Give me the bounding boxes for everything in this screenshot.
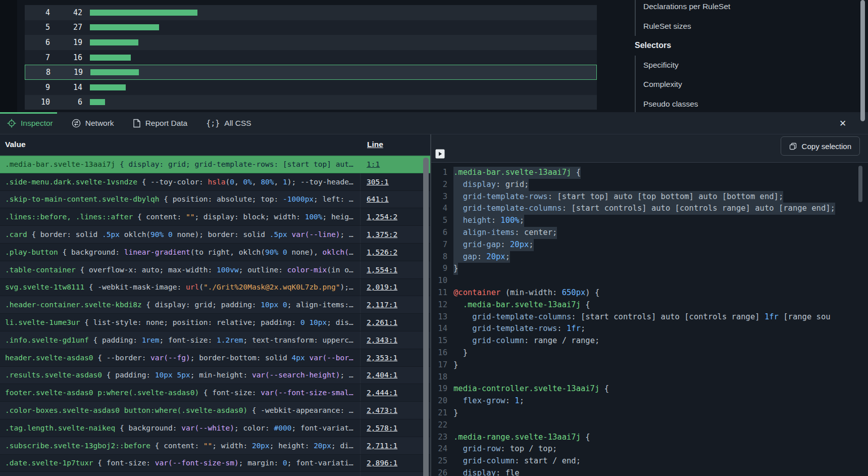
- line-number: 7: [431, 239, 447, 251]
- chart-row[interactable]: 527: [25, 20, 597, 35]
- table-scrollbar-thumb[interactable]: [423, 158, 429, 476]
- chart-row[interactable]: 442: [25, 5, 597, 20]
- table-row[interactable]: footer.svelte-asdas0 p:where(.svelte-asd…: [0, 384, 430, 402]
- table-row[interactable]: .table-container { overflow-x: auto; max…: [0, 261, 430, 279]
- rule-line-cell: 2,444:1: [361, 389, 430, 397]
- line-number: 12: [431, 299, 447, 311]
- devtools-panel: InspectorNetworkReport Data{;}All CSS ✕ …: [0, 112, 868, 476]
- table-row[interactable]: .tag.length.svelte-naikeq { background: …: [0, 419, 430, 437]
- code-header: Copy selection: [431, 134, 868, 163]
- table-row[interactable]: .lines::before, .lines::after { content:…: [0, 208, 430, 226]
- code-segment: ; di…: [331, 442, 353, 450]
- code-segment: grid-template-columns: [453, 204, 562, 213]
- table-row[interactable]: .side-menu.dark.svelte-1vsndze { --toy-c…: [0, 173, 430, 191]
- code-segment: ; width:: [212, 442, 252, 450]
- sidebar-item-declarations-per-ruleset[interactable]: Declarations per RuleSet: [636, 0, 847, 17]
- table-row[interactable]: svg.svelte-1tw8111 { -webkit-mask-image:…: [0, 279, 430, 297]
- line-link[interactable]: 1:1: [367, 160, 380, 168]
- line-link[interactable]: 641:1: [367, 195, 389, 203]
- table-row[interactable]: .links.svelte-1hjzbm8 { display: flex; a…: [0, 472, 430, 476]
- line-link[interactable]: 1,254:2: [367, 213, 397, 221]
- code-line: 25 grid-column: start / end;: [431, 455, 868, 467]
- code-text: grid-column: range / range;: [453, 335, 599, 347]
- line-link[interactable]: 2,261:1: [367, 318, 397, 326]
- chart-row-selected[interactable]: 819: [25, 65, 597, 80]
- line-link[interactable]: 2,473:1: [367, 406, 397, 414]
- code-segment: .date.svelte-1p7tuxr: [5, 459, 93, 467]
- panel-toggle-icon[interactable]: [435, 149, 445, 159]
- page-scrollbar-thumb[interactable]: [860, 0, 865, 121]
- line-link[interactable]: 2,578:1: [367, 424, 397, 432]
- code-segment: .results.svelte-asdas0: [5, 371, 102, 379]
- line-link[interactable]: 2,353:1: [367, 354, 397, 362]
- line-link[interactable]: 305:1: [367, 178, 389, 186]
- rules-table-header: Value Line: [0, 134, 430, 156]
- code-segment: : start / end;: [515, 456, 581, 465]
- sidebar-item-pseudo-classes[interactable]: Pseudo classes: [636, 94, 847, 114]
- line-link[interactable]: 1,375:2: [367, 230, 397, 239]
- code-segment: : range / range;: [524, 336, 599, 345]
- line-link[interactable]: 2,343:1: [367, 336, 397, 344]
- code-segment: .media-bar.svelte-13aai7j: [5, 160, 115, 168]
- code-segment: 100%: [305, 213, 323, 221]
- table-row[interactable]: .subscribe.svelte-13gboj2::before { cont…: [0, 437, 430, 455]
- table-row[interactable]: li.svelte-1ume3ur { list-style: none; po…: [0, 314, 430, 331]
- chart-row[interactable]: 914: [25, 80, 597, 95]
- rule-value-cell: .side-menu.dark.svelte-1vsndze { --toy-c…: [0, 173, 361, 191]
- sidebar-item-specificity[interactable]: Specificity: [636, 56, 847, 75]
- table-row[interactable]: .play-button { background: linear-gradie…: [0, 244, 430, 261]
- code-segment: display: [453, 180, 496, 189]
- chart-bucket-label: 6: [25, 38, 50, 47]
- line-number: 23: [431, 432, 447, 444]
- sidebar-item-ruleset-sizes[interactable]: RuleSet sizes: [636, 17, 847, 36]
- code-segment: grid-template-rows: [453, 324, 557, 333]
- rule-line-cell: 2,117:1: [361, 301, 430, 309]
- code-scrollbar-thumb[interactable]: [858, 166, 862, 202]
- tab-inspector[interactable]: Inspector: [7, 119, 53, 128]
- code-segment: media-controller.svelte-13aai7j: [453, 384, 599, 393]
- tab-all-css[interactable]: {;}All CSS: [206, 119, 251, 128]
- sidebar-item-complexity[interactable]: Complexity: [636, 75, 847, 94]
- line-link[interactable]: 2,404:1: [367, 371, 397, 379]
- rule-line-cell: 2,261:1: [361, 318, 430, 326]
- line-link[interactable]: 1,526:2: [367, 248, 397, 256]
- tab-network[interactable]: Network: [72, 119, 114, 128]
- line-link[interactable]: 2,711:1: [367, 442, 397, 450]
- code-line: 23.media-range.svelte-13aai7j {: [431, 432, 868, 444]
- tab-report-data[interactable]: Report Data: [133, 119, 188, 128]
- code-segment: }: [453, 264, 458, 273]
- table-row[interactable]: header.svelte-asdas0 { --border: var(--f…: [0, 349, 430, 367]
- table-row[interactable]: .header-container.svelte-kbdi8z { displa…: [0, 296, 430, 314]
- line-number: 18: [431, 371, 447, 384]
- line-number: 1: [431, 167, 447, 179]
- table-row[interactable]: .color-boxes.svelte-asdas0 button:where(…: [0, 402, 430, 419]
- line-link[interactable]: 1,554:1: [367, 266, 397, 274]
- code-segment: { padding:: [89, 336, 142, 344]
- code-segment: { font-size:: [199, 389, 261, 397]
- table-row[interactable]: .skip-to-main-content.svelte-dbylqh { po…: [0, 191, 430, 209]
- table-row-selected[interactable]: .media-bar.svelte-13aai7j { display: gri…: [0, 156, 430, 173]
- code-segment: grid-column: [453, 336, 524, 345]
- copy-selection-button[interactable]: Copy selection: [781, 136, 860, 156]
- line-link[interactable]: 2,019:1: [367, 283, 397, 291]
- line-link[interactable]: 2,896:1: [367, 459, 397, 467]
- table-row[interactable]: .date.svelte-1p7tuxr { font-size: var(--…: [0, 455, 430, 472]
- chart-row[interactable]: 619: [25, 35, 597, 50]
- rule-line-cell: 2,896:1: [361, 459, 430, 467]
- code-segment: :: [477, 252, 487, 261]
- code-segment: { --border:: [93, 354, 151, 362]
- line-link[interactable]: 2,444:1: [367, 389, 397, 397]
- code-segment: 650px: [562, 288, 586, 297]
- code-segment: [278, 301, 283, 309]
- table-row[interactable]: .info.svelte-gd1unf { padding: 1rem; fon…: [0, 331, 430, 349]
- code-line: 26 display: fle: [431, 467, 868, 476]
- left-gutter-strip: [0, 0, 17, 112]
- chart-row[interactable]: 106: [25, 95, 597, 110]
- chart-row[interactable]: 716: [25, 50, 597, 65]
- line-link[interactable]: 2,117:1: [367, 301, 397, 309]
- code-line: 8 gap: 20px;: [431, 251, 868, 263]
- table-row[interactable]: .results.svelte-asdas0 { padding: 10px 5…: [0, 367, 430, 385]
- close-icon[interactable]: ✕: [839, 112, 846, 134]
- code-segment: : [start controls] auto [controls range]: [571, 312, 764, 321]
- table-row[interactable]: .card { border: solid .5px oklch(90% 0 n…: [0, 226, 430, 244]
